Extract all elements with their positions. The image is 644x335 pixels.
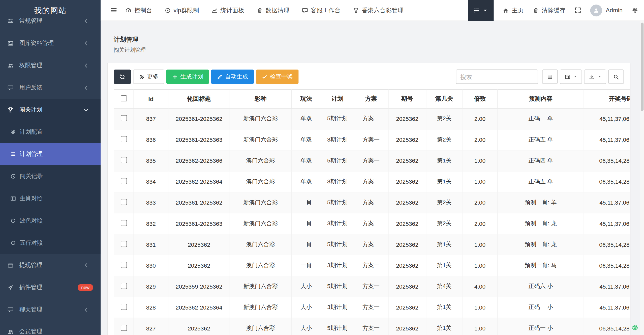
sidebar-item-five-elements-map[interactable]: 五行对照 (0, 232, 101, 254)
cell-numbers: 45,11,37,06,30,0 (584, 213, 630, 234)
cell-predict: 正码一 小 (498, 318, 584, 335)
cell-stage: 第1关 (426, 297, 462, 318)
column-header[interactable]: 开奖号码 (584, 89, 630, 108)
cell-scheme: 方案一 (354, 129, 388, 150)
nav-item-dashboard[interactable]: 控制台 (125, 6, 152, 14)
cell-stage: 第2关 (426, 108, 462, 129)
home-link[interactable]: 主页 (503, 6, 524, 14)
sidebar: 我的网站 常规管理图库资料管理权限管理用户反馈闯关计划计划配置计划管理闯关记录生… (0, 0, 101, 335)
table-row: 8272025362澳门六合彩大小5期计划方案一2025362第1关1.00正码… (114, 318, 630, 335)
cell-plan: 3期计划 (321, 213, 354, 234)
admin-menu[interactable]: Admin (590, 4, 623, 16)
sidebar-item-plugin-manage[interactable]: 插件管理new (0, 276, 101, 298)
page-header: 计划管理 闯关计划管理 (107, 21, 630, 63)
cell-multiple: 1.00 (462, 171, 498, 192)
table-row: 8372025361-2025362新澳门六合彩单双5期计划方案一2025362… (114, 108, 630, 129)
nav-item-service-workbench[interactable]: 客服工作台 (302, 6, 341, 14)
sidebar-item-gallery-manage[interactable]: 图库资料管理 (0, 32, 101, 54)
cell-id: 828 (134, 297, 168, 318)
cell-issue: 2025362 (388, 234, 426, 255)
cell-play: 一肖 (291, 255, 321, 276)
clear-cache-link[interactable]: 清除缓存 (533, 6, 565, 14)
generate-plan-button[interactable]: 生成计划 (166, 69, 209, 84)
cell-multiple: 2.00 (462, 129, 498, 150)
sidebar-item-auth-manage[interactable]: 权限管理 (0, 54, 101, 76)
sidebar-item-challenge-plan[interactable]: 闯关计划 (0, 99, 101, 121)
cell-issue: 2025362 (388, 192, 426, 213)
row-checkbox[interactable] (121, 262, 127, 268)
column-header[interactable]: 期号 (388, 89, 426, 108)
column-header[interactable]: 彩种 (230, 89, 291, 108)
column-header[interactable]: 计划 (321, 89, 354, 108)
cell-issue: 2025362 (388, 318, 426, 335)
page-scrollbar[interactable] (640, 21, 644, 335)
column-header[interactable]: 倍数 (462, 89, 498, 108)
select-all-checkbox[interactable] (121, 95, 127, 101)
row-checkbox[interactable] (121, 220, 127, 226)
row-checkbox[interactable] (121, 304, 127, 310)
column-header[interactable]: 方案 (354, 89, 388, 108)
export-button[interactable] (584, 69, 606, 84)
row-checkbox[interactable] (121, 178, 127, 184)
cell-plan: 5期计划 (321, 108, 354, 129)
sidebar-item-chat-manage[interactable]: 聊天管理 (0, 298, 101, 321)
nav-list-dropdown[interactable] (468, 0, 494, 21)
sidebar-item-plan-manage[interactable]: 计划管理 (0, 143, 101, 165)
table-row: 8312025362澳门六合彩一肖5期计划方案一2025362第1关1.00预测… (114, 234, 630, 255)
row-checkbox[interactable] (121, 283, 127, 289)
search-input[interactable] (456, 69, 538, 84)
sidebar-item-label: 插件管理 (19, 284, 78, 291)
scrollbar-thumb[interactable] (641, 23, 643, 111)
column-header[interactable]: 第几关 (426, 89, 462, 108)
gear-icon (632, 7, 638, 14)
cell-id: 836 (134, 129, 168, 150)
cell-plan: 5期计划 (321, 276, 354, 297)
check-win-button[interactable]: 检查中奖 (256, 69, 298, 84)
sidebar-toggle-button[interactable] (105, 0, 123, 21)
nav-item-stats-panel[interactable]: 统计面板 (211, 6, 244, 14)
users-icon (7, 62, 18, 68)
sidebar-item-zodiac-map[interactable]: 生肖对照 (0, 187, 101, 210)
theme-settings-button[interactable] (631, 324, 638, 333)
toggle-view-button[interactable] (542, 69, 558, 84)
nav-item-label: 数据清理 (266, 6, 290, 14)
sidebar-item-challenge-log[interactable]: 闯关记录 (0, 165, 101, 187)
columns-button[interactable] (560, 69, 582, 84)
nav-item-hk-lottery-manage[interactable]: 香港六合彩管理 (353, 6, 404, 14)
cell-title: 2025362-2025364 (168, 297, 230, 318)
search-button[interactable] (608, 69, 624, 84)
sidebar-item-label: 图库资料管理 (19, 39, 83, 47)
settings-button[interactable] (632, 7, 638, 14)
table-row: 8302025362澳门六合彩一肖3期计划方案一2025362第1关1.00预测… (114, 255, 630, 276)
column-header[interactable]: Id (134, 89, 168, 108)
row-checkbox[interactable] (121, 157, 127, 163)
auto-generate-button[interactable]: 自动生成 (211, 69, 254, 84)
sidebar-item-wave-color-map[interactable]: 波色对照 (0, 210, 101, 232)
more-button[interactable]: 更多 (133, 69, 164, 84)
cell-scheme: 方案一 (354, 276, 388, 297)
sidebar-item-member-manage[interactable]: 会员管理 (0, 321, 101, 335)
sidebar-item-plan-config[interactable]: 计划配置 (0, 121, 101, 143)
refresh-button[interactable] (114, 69, 131, 84)
page-subtitle: 闯关计划管理 (114, 46, 624, 54)
row-checkbox[interactable] (121, 115, 127, 121)
fullscreen-button[interactable] (574, 7, 581, 14)
cell-issue: 2025362 (388, 297, 426, 318)
sidebar-item-withdraw-manage[interactable]: 提现管理 (0, 254, 101, 276)
row-checkbox[interactable] (121, 325, 127, 331)
cell-predict: 预测一肖: 龙 (498, 234, 584, 255)
column-header[interactable]: 轮回标题 (168, 89, 230, 108)
sidebar-item-user-feedback[interactable]: 用户反馈 (0, 76, 101, 99)
row-checkbox[interactable] (121, 199, 127, 205)
row-checkbox[interactable] (121, 241, 127, 247)
nav-item-vip-group-limit[interactable]: vip群限制 (165, 6, 199, 14)
row-checkbox[interactable] (121, 136, 127, 142)
row-checkbox-cell (114, 318, 134, 335)
cell-numbers: 45,11,37,06,30,0 (584, 192, 630, 213)
cell-stage: 第1关 (426, 171, 462, 192)
nav-item-data-clean[interactable]: 数据清理 (257, 6, 289, 14)
sidebar-item-label: 波色对照 (20, 217, 43, 224)
column-header[interactable]: 预测内容 (498, 89, 584, 108)
column-header[interactable]: 玩法 (291, 89, 321, 108)
button-label: 自动生成 (225, 73, 248, 80)
